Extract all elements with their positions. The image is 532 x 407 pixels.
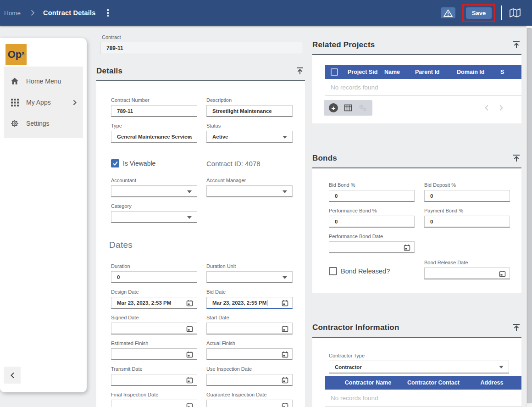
duration-field: Duration 0	[111, 263, 197, 283]
collapse-section-button[interactable]	[511, 323, 521, 333]
grid-settings-button-disabled[interactable]	[358, 104, 367, 112]
category-field: Category	[111, 203, 197, 223]
category-select[interactable]	[111, 211, 197, 223]
status-select[interactable]: Active	[206, 131, 293, 143]
is-viewable-field: Is Viewable	[111, 159, 197, 167]
accountant-select[interactable]	[111, 185, 197, 197]
contractor-type-select[interactable]: Contractor	[329, 361, 509, 374]
collapse-up-icon	[512, 40, 521, 50]
payment-bond-field: Payment Bond % 0	[424, 208, 510, 228]
type-select[interactable]: General Maintenance Services	[111, 131, 197, 143]
signed-date-input[interactable]	[111, 323, 197, 335]
details-card: Contract Number 789-11 Description Stree…	[96, 81, 305, 407]
guarantee-inspection-date-input[interactable]	[206, 400, 293, 407]
table-view-button[interactable]	[344, 104, 352, 112]
sidebar-item-my-apps[interactable]: My Apps	[4, 92, 83, 113]
column-header[interactable]: Parent Id	[415, 69, 457, 75]
field-label: Use Inspection Date	[206, 366, 293, 372]
field-label: Contract Number	[111, 97, 197, 103]
start-date-input[interactable]	[206, 323, 293, 335]
column-header[interactable]: Address	[468, 379, 516, 386]
calendar-icon[interactable]	[186, 377, 193, 386]
type-field: Type General Maintenance Services	[111, 123, 197, 143]
dropdown-caret-icon	[283, 136, 287, 139]
next-page-button[interactable]	[498, 103, 505, 112]
column-header[interactable]: City	[516, 379, 521, 386]
bond-released-checkbox[interactable]	[329, 267, 337, 275]
contract-value: 789-11	[106, 45, 123, 51]
save-annotation-highlight: Save	[462, 4, 495, 22]
calendar-icon[interactable]	[186, 351, 193, 360]
field-label: Transmit Date	[111, 366, 197, 372]
sidebar-item-home-menu[interactable]: Home Menu	[4, 71, 83, 92]
column-header[interactable]: Contractor Contact	[399, 379, 468, 386]
use-inspection-date-input[interactable]	[206, 374, 293, 386]
description-input[interactable]: Streetlight Maintenance	[206, 105, 293, 117]
field-label: Account Manager	[206, 178, 293, 184]
bid-bond-input[interactable]: 0	[329, 190, 415, 202]
calendar-icon[interactable]	[282, 300, 288, 309]
payment-bond-input[interactable]: 0	[424, 216, 510, 228]
calendar-icon[interactable]	[282, 402, 288, 407]
vertical-scrollbar[interactable]	[526, 26, 532, 407]
transmit-date-input[interactable]	[111, 374, 197, 386]
related-projects-pagination	[483, 103, 505, 112]
bond-release-date-input[interactable]	[424, 268, 510, 279]
column-header[interactable]: S	[500, 69, 521, 75]
final-inspection-date-input[interactable]	[111, 400, 197, 407]
contractor-section-header: Contractor Information	[312, 323, 521, 333]
breadcrumb-home-link[interactable]: Home	[4, 10, 21, 17]
calendar-icon[interactable]	[186, 325, 193, 335]
no-records-text: No records found	[312, 79, 521, 95]
final-inspection-date-field: Final Inspection Date	[111, 392, 197, 407]
prev-page-button[interactable]	[483, 103, 490, 112]
select-all-checkbox[interactable]	[331, 68, 338, 76]
bid-deposit-input[interactable]: 0	[424, 190, 510, 202]
calendar-icon[interactable]	[186, 300, 193, 309]
column-header[interactable]: Contractor Name	[337, 379, 399, 386]
column-header[interactable]: Domain Id	[457, 69, 500, 75]
calendar-icon[interactable]	[282, 351, 288, 360]
sidebar-item-settings[interactable]: Settings	[4, 113, 83, 134]
collapse-section-button[interactable]	[511, 40, 521, 50]
field-label: Actual Finish	[206, 340, 293, 346]
performance-bond-input[interactable]: 0	[329, 216, 415, 228]
contract-number-input[interactable]: 789-11	[111, 105, 197, 117]
calendar-icon[interactable]	[404, 244, 410, 253]
collapse-section-button[interactable]	[295, 66, 305, 76]
column-header[interactable]: Name	[384, 69, 415, 75]
field-label: Duration Unit	[206, 263, 293, 269]
add-record-button[interactable]: +	[329, 103, 338, 112]
performance-bond-date-input[interactable]	[329, 241, 415, 253]
sidebar-collapse-button[interactable]	[4, 367, 21, 384]
account-manager-select[interactable]	[206, 185, 293, 197]
field-label: Category	[111, 203, 197, 209]
calendar-icon[interactable]	[499, 270, 506, 279]
warning-button[interactable]	[441, 7, 455, 18]
kebab-menu-icon[interactable]	[105, 8, 110, 18]
column-header[interactable]: Project Sid	[348, 69, 384, 75]
apps-grid-icon	[10, 98, 19, 107]
actual-finish-input[interactable]	[206, 348, 293, 360]
duration-unit-field: Duration Unit	[206, 263, 293, 283]
save-button[interactable]: Save	[466, 7, 492, 19]
scrollbar-thumb[interactable]	[527, 28, 532, 403]
calendar-icon[interactable]	[282, 325, 288, 335]
estimated-finish-input[interactable]	[111, 348, 197, 360]
calendar-icon[interactable]	[186, 402, 193, 407]
warning-triangle-icon	[443, 9, 453, 17]
app-logo[interactable]: Opx	[6, 44, 27, 65]
design-date-input[interactable]: Mar 23, 2023, 2:53 PM	[111, 297, 197, 309]
bid-date-field: Bid Date Mar 23, 2023, 2:55 PM	[206, 289, 293, 309]
duration-unit-select[interactable]	[206, 271, 293, 283]
breadcrumb-chevron-icon	[31, 10, 35, 16]
is-viewable-checkbox[interactable]	[111, 159, 119, 167]
duration-input[interactable]: 0	[111, 271, 197, 283]
collapse-section-button[interactable]	[511, 153, 521, 163]
contract-input[interactable]: 789-11	[100, 42, 303, 54]
map-button[interactable]	[508, 6, 522, 19]
field-label: Accountant	[111, 178, 197, 184]
calendar-icon[interactable]	[282, 377, 288, 386]
bid-date-input[interactable]: Mar 23, 2023, 2:55 PM	[206, 297, 293, 309]
collapse-up-icon	[512, 154, 521, 163]
